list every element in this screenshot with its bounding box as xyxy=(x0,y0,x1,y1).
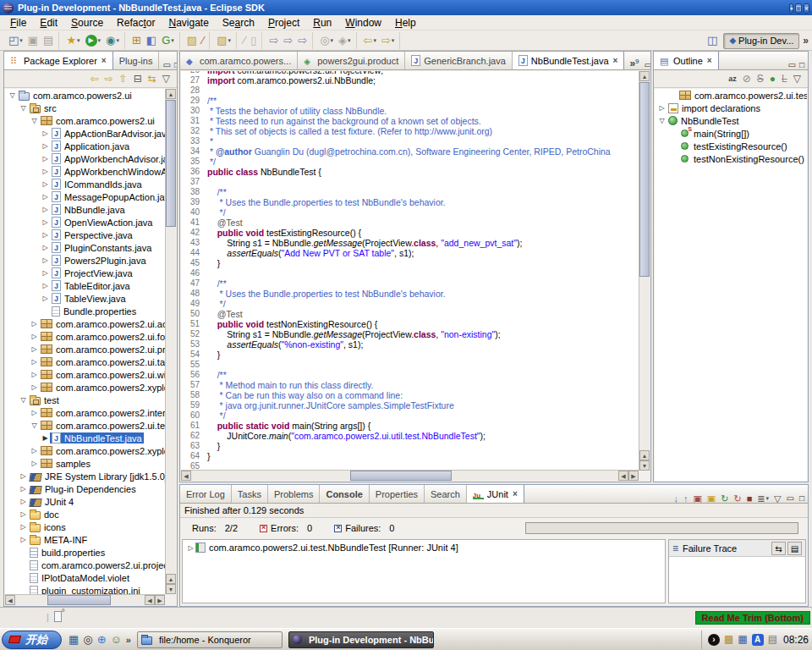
tree-item-com-aramco-powers2-ui-table[interactable]: ▷com.aramco.powers2.ui.table xyxy=(5,355,165,368)
perspective-plugin-dev-button[interactable]: ◆ Plug-in Dev... xyxy=(723,33,799,49)
rerun-failed-button[interactable]: ↻ xyxy=(733,494,741,503)
minimize-view-button[interactable]: ▭ xyxy=(788,61,796,69)
task-file-home-konqueror[interactable]: file:/home - Konqueror xyxy=(137,631,283,648)
expander-collapsed-icon[interactable]: ▷ xyxy=(19,472,28,480)
expander-expanded-icon[interactable]: ▽ xyxy=(19,104,28,112)
task-plug-in-development-nbbu[interactable]: Plug-in Development - NbBu xyxy=(288,631,434,648)
minimize-button[interactable]: ▪ xyxy=(789,3,793,14)
tree-item-test[interactable]: ▽test xyxy=(5,394,165,406)
tree-item-icommandids-java[interactable]: ▷ICommandIds.java xyxy=(5,178,165,190)
scroll-down-icon[interactable] xyxy=(166,584,176,594)
editor-hscrollbar[interactable] xyxy=(181,470,639,481)
expander-collapsed-icon[interactable]: ▷ xyxy=(657,104,667,112)
tree-item-messagepopupaction-java[interactable]: ▷MessagePopupAction.java xyxy=(5,190,165,203)
next-failure-button[interactable]: ↓ xyxy=(673,494,678,503)
scroll-up-icon[interactable] xyxy=(166,89,176,99)
menu-file[interactable]: File xyxy=(3,16,33,30)
maximize-view-button[interactable]: □ xyxy=(799,61,804,69)
tree-item-doc[interactable]: ▷doc xyxy=(5,508,165,521)
open-folder-button[interactable]: ▧▾ xyxy=(215,32,233,49)
tab-plug-ins[interactable]: Plug-ins xyxy=(113,52,160,69)
external-tools-button[interactable]: ◉▾ xyxy=(104,32,121,49)
menu-search[interactable]: Search xyxy=(216,16,261,30)
collapse-all-button[interactable]: ⊟ xyxy=(134,72,142,85)
hide-locals-button[interactable]: L xyxy=(782,72,787,85)
expander-collapsed-icon[interactable]: ▷ xyxy=(41,142,50,150)
menu-help[interactable]: Help xyxy=(388,16,423,30)
tree-item-plug-in-dependencies[interactable]: ▷Plug-in Dependencies xyxy=(5,482,165,495)
expander-collapsed-icon[interactable]: ▷ xyxy=(186,544,195,552)
failures-only-button[interactable]: ▣ xyxy=(693,494,701,503)
tree-item-src[interactable]: ▽src xyxy=(5,102,165,114)
tree-item-junit-4[interactable]: ▷JUnit 4 xyxy=(5,495,165,508)
open-artifact-button[interactable]: ▨ xyxy=(185,32,199,49)
tree-item-com-aramco-powers2-ui[interactable]: ▽com.aramco.powers2.ui xyxy=(5,89,165,102)
tree-item-samples[interactable]: ▷samples xyxy=(5,457,165,470)
tree-item-build-properties[interactable]: build.properties xyxy=(5,546,165,559)
perspective-overflow-chevron[interactable]: » xyxy=(803,35,809,47)
scrollbar-thumb[interactable] xyxy=(166,100,176,227)
expander-expanded-icon[interactable]: ▶ xyxy=(41,434,50,442)
tree-item-com-aramco-powers2-ui-wizards[interactable]: ▷com.aramco.powers2.ui.wizards xyxy=(5,368,165,381)
expander-collapsed-icon[interactable]: ▷ xyxy=(41,180,50,188)
scroll-left-icon[interactable] xyxy=(145,595,155,605)
klipper-icon[interactable]: ▩ xyxy=(724,633,733,646)
tree-item-nbbundletest[interactable]: ▽NbBundleTest xyxy=(655,114,807,127)
organize-imports-button[interactable]: ⇨ xyxy=(282,32,294,49)
tree-item-tableeditor-java[interactable]: ▷TableEditor.java xyxy=(5,279,165,292)
menu-project[interactable]: Project xyxy=(261,16,306,30)
close-icon[interactable]: × xyxy=(707,56,712,65)
close-icon[interactable]: × xyxy=(513,489,518,499)
expander-collapsed-icon[interactable]: ▷ xyxy=(41,244,50,251)
print-button[interactable]: ▤ xyxy=(41,32,55,49)
expander-collapsed-icon[interactable]: ▷ xyxy=(41,168,50,175)
tree-item-appworkbenchadvisor-java[interactable]: ▷AppWorkbenchAdvisor.java xyxy=(5,152,165,165)
scroll-up-icon[interactable] xyxy=(639,71,650,81)
menu-window[interactable]: Window xyxy=(338,16,388,30)
expander-collapsed-icon[interactable]: ▷ xyxy=(41,193,50,201)
menu-refactor[interactable]: Refactor xyxy=(110,16,162,30)
plugin-view-button[interactable]: ◧ xyxy=(145,32,158,49)
rerun-test-button[interactable]: ↻ xyxy=(721,494,728,503)
tree-item-com-aramco-powers2-ui[interactable]: ▽com.aramco.powers2.ui xyxy=(5,114,165,127)
menu-run[interactable]: Run xyxy=(306,16,338,30)
expander-collapsed-icon[interactable]: ▷ xyxy=(19,498,28,505)
expander-collapsed-icon[interactable]: ▷ xyxy=(41,155,50,162)
prev-failure-button[interactable]: ↑ xyxy=(683,494,689,503)
open-perspective-button[interactable]: ◫ xyxy=(705,32,719,49)
tab-junit[interactable]: JUnit× xyxy=(467,485,524,503)
forward-button[interactable]: ⇨ xyxy=(105,72,113,85)
tree-item-pluginconstants-java[interactable]: ▷PluginConstants.java xyxy=(5,241,165,254)
tree-item-com-aramco-powers2-ui-forms[interactable]: ▷com.aramco.powers2.ui.forms xyxy=(5,330,165,343)
expander-collapsed-icon[interactable]: ▷ xyxy=(41,218,50,226)
plugin-launch-button[interactable]: G▾ xyxy=(160,32,176,49)
konqueror-find-icon[interactable]: ◎ xyxy=(83,633,92,647)
expander-expanded-icon[interactable]: ▽ xyxy=(30,421,39,429)
tree-item-application-java[interactable]: ▷Application.java xyxy=(5,140,165,152)
new-wizard-button[interactable]: ◰▾ xyxy=(7,32,25,49)
tab-search[interactable]: Search xyxy=(425,485,467,503)
save-button[interactable]: ▣ xyxy=(26,32,40,49)
expander-collapsed-icon[interactable]: ▷ xyxy=(41,206,50,213)
maximize-button[interactable]: □ xyxy=(795,3,801,14)
scroll-lock-button[interactable]: ▣ xyxy=(707,494,716,503)
clipboard-button[interactable]: ▯ xyxy=(249,32,258,49)
link-editor-button[interactable]: ⇆ xyxy=(148,72,156,85)
pencil-button[interactable]: ∕ xyxy=(242,32,247,49)
back-button[interactable]: ⇦▾ xyxy=(362,32,378,49)
package-explorer-vscrollbar[interactable] xyxy=(165,89,176,594)
up-button[interactable]: ⇧ xyxy=(119,72,128,85)
eclipse-app-icon[interactable] xyxy=(3,3,14,14)
expander-collapsed-icon[interactable]: ▷ xyxy=(30,409,39,416)
tree-item-nbbundle-java[interactable]: ▷NbBundle.java xyxy=(5,203,165,216)
tree-item-com-aramco-powers2-xyplot-data[interactable]: ▷com.aramco.powers2.xyplot.data xyxy=(5,381,165,394)
tab-com-aramco-powers[interactable]: com.aramco.powers... xyxy=(180,52,298,69)
run-button[interactable]: ▶▾ xyxy=(84,32,103,49)
tree-item-appworkbenchwindowadvis[interactable]: ▷AppWorkbenchWindowAdvis xyxy=(5,165,165,178)
show-desktop-icon[interactable]: ▦ xyxy=(69,633,79,647)
package-explorer-hscrollbar[interactable] xyxy=(5,594,165,605)
tree-item-testnonexistingresource[interactable]: testNonExistingResource() xyxy=(655,152,807,165)
tab-error-log[interactable]: Error Log xyxy=(180,485,232,503)
expander-collapsed-icon[interactable]: ▷ xyxy=(30,447,39,454)
expander-collapsed-icon[interactable]: ▷ xyxy=(19,485,28,493)
